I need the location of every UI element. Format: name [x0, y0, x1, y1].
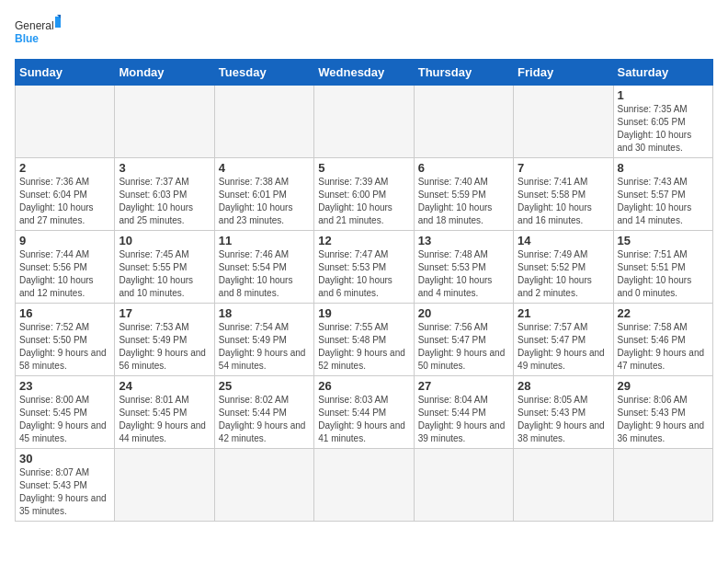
- day-cell: [214, 449, 313, 522]
- day-number: 23: [19, 379, 110, 393]
- day-info: Sunrise: 7:58 AM Sunset: 5:46 PM Dayligh…: [618, 321, 709, 373]
- day-cell: 21Sunrise: 7:57 AM Sunset: 5:47 PM Dayli…: [514, 304, 613, 376]
- day-cell: 3Sunrise: 7:37 AM Sunset: 6:03 PM Daylig…: [115, 158, 214, 231]
- day-cell: 30Sunrise: 8:07 AM Sunset: 5:43 PM Dayli…: [16, 449, 115, 522]
- header: General Blue: [15, 15, 713, 52]
- day-number: 13: [418, 234, 509, 247]
- weekday-header-tuesday: Tuesday: [214, 60, 313, 86]
- day-number: 20: [418, 306, 509, 320]
- day-cell: 18Sunrise: 7:54 AM Sunset: 5:49 PM Dayli…: [214, 304, 313, 376]
- day-info: Sunrise: 7:35 AM Sunset: 6:05 PM Dayligh…: [618, 103, 709, 155]
- day-info: Sunrise: 8:04 AM Sunset: 5:44 PM Dayligh…: [418, 394, 509, 445]
- day-cell: [514, 86, 613, 158]
- day-info: Sunrise: 7:43 AM Sunset: 5:57 PM Dayligh…: [618, 176, 709, 227]
- weekday-header-monday: Monday: [115, 60, 214, 86]
- day-cell: 17Sunrise: 7:53 AM Sunset: 5:49 PM Dayli…: [115, 304, 214, 376]
- day-cell: 6Sunrise: 7:40 AM Sunset: 5:59 PM Daylig…: [414, 158, 513, 231]
- day-info: Sunrise: 7:54 AM Sunset: 5:49 PM Dayligh…: [219, 321, 310, 373]
- day-info: Sunrise: 7:49 AM Sunset: 5:52 PM Dayligh…: [518, 248, 609, 300]
- day-cell: 27Sunrise: 8:04 AM Sunset: 5:44 PM Dayli…: [414, 376, 513, 449]
- day-info: Sunrise: 8:02 AM Sunset: 5:44 PM Dayligh…: [219, 394, 310, 445]
- day-number: 8: [618, 161, 709, 175]
- day-number: 16: [19, 306, 110, 320]
- svg-text:Blue: Blue: [15, 32, 39, 45]
- day-cell: 5Sunrise: 7:39 AM Sunset: 6:00 PM Daylig…: [314, 158, 414, 231]
- day-info: Sunrise: 7:41 AM Sunset: 5:58 PM Dayligh…: [518, 176, 609, 227]
- day-number: 7: [518, 161, 609, 175]
- day-cell: 24Sunrise: 8:01 AM Sunset: 5:45 PM Dayli…: [115, 376, 214, 449]
- logo-svg: General Blue: [15, 15, 61, 52]
- day-cell: 9Sunrise: 7:44 AM Sunset: 5:56 PM Daylig…: [16, 231, 115, 304]
- day-number: 18: [219, 306, 310, 320]
- day-cell: [214, 86, 313, 158]
- day-cell: [314, 449, 414, 522]
- day-info: Sunrise: 7:38 AM Sunset: 6:01 PM Dayligh…: [219, 176, 310, 227]
- day-cell: 25Sunrise: 8:02 AM Sunset: 5:44 PM Dayli…: [214, 376, 313, 449]
- day-info: Sunrise: 8:03 AM Sunset: 5:44 PM Dayligh…: [318, 394, 409, 445]
- day-cell: [414, 449, 513, 522]
- day-info: Sunrise: 7:37 AM Sunset: 6:03 PM Dayligh…: [119, 176, 210, 227]
- day-number: 24: [119, 379, 210, 393]
- day-cell: 4Sunrise: 7:38 AM Sunset: 6:01 PM Daylig…: [214, 158, 313, 231]
- day-cell: [16, 86, 115, 158]
- day-info: Sunrise: 8:00 AM Sunset: 5:45 PM Dayligh…: [19, 394, 110, 445]
- day-number: 21: [518, 306, 609, 320]
- day-number: 29: [618, 379, 709, 393]
- day-info: Sunrise: 7:47 AM Sunset: 5:53 PM Dayligh…: [318, 248, 409, 300]
- day-info: Sunrise: 7:44 AM Sunset: 5:56 PM Dayligh…: [19, 248, 110, 300]
- day-cell: 26Sunrise: 8:03 AM Sunset: 5:44 PM Dayli…: [314, 376, 414, 449]
- day-info: Sunrise: 7:36 AM Sunset: 6:04 PM Dayligh…: [19, 176, 110, 227]
- day-cell: [115, 449, 214, 522]
- day-cell: 12Sunrise: 7:47 AM Sunset: 5:53 PM Dayli…: [314, 231, 414, 304]
- weekday-header-row: SundayMondayTuesdayWednesdayThursdayFrid…: [16, 60, 713, 86]
- weekday-header-friday: Friday: [514, 60, 613, 86]
- logo: General Blue: [15, 15, 61, 52]
- day-number: 14: [518, 234, 609, 247]
- day-info: Sunrise: 8:05 AM Sunset: 5:43 PM Dayligh…: [518, 394, 609, 445]
- day-number: 15: [618, 234, 709, 247]
- day-cell: 11Sunrise: 7:46 AM Sunset: 5:54 PM Dayli…: [214, 231, 313, 304]
- day-cell: [115, 86, 214, 158]
- day-number: 12: [318, 234, 409, 247]
- day-cell: 7Sunrise: 7:41 AM Sunset: 5:58 PM Daylig…: [514, 158, 613, 231]
- day-info: Sunrise: 8:07 AM Sunset: 5:43 PM Dayligh…: [19, 466, 110, 518]
- day-cell: 2Sunrise: 7:36 AM Sunset: 6:04 PM Daylig…: [16, 158, 115, 231]
- day-info: Sunrise: 7:48 AM Sunset: 5:53 PM Dayligh…: [418, 248, 509, 300]
- day-number: 17: [119, 306, 210, 320]
- day-cell: 14Sunrise: 7:49 AM Sunset: 5:52 PM Dayli…: [514, 231, 613, 304]
- day-cell: 15Sunrise: 7:51 AM Sunset: 5:51 PM Dayli…: [613, 231, 712, 304]
- day-cell: 10Sunrise: 7:45 AM Sunset: 5:55 PM Dayli…: [115, 231, 214, 304]
- week-row-2: 2Sunrise: 7:36 AM Sunset: 6:04 PM Daylig…: [16, 158, 713, 231]
- day-info: Sunrise: 8:06 AM Sunset: 5:43 PM Dayligh…: [618, 394, 709, 445]
- day-cell: [414, 86, 513, 158]
- day-info: Sunrise: 7:46 AM Sunset: 5:54 PM Dayligh…: [219, 248, 310, 300]
- day-info: Sunrise: 7:40 AM Sunset: 5:59 PM Dayligh…: [418, 176, 509, 227]
- svg-text:General: General: [15, 19, 54, 32]
- day-number: 28: [518, 379, 609, 393]
- day-cell: 19Sunrise: 7:55 AM Sunset: 5:48 PM Dayli…: [314, 304, 414, 376]
- day-number: 27: [418, 379, 509, 393]
- day-number: 4: [219, 161, 310, 175]
- day-info: Sunrise: 7:57 AM Sunset: 5:47 PM Dayligh…: [518, 321, 609, 373]
- day-number: 6: [418, 161, 509, 175]
- day-info: Sunrise: 7:53 AM Sunset: 5:49 PM Dayligh…: [119, 321, 210, 373]
- day-cell: 20Sunrise: 7:56 AM Sunset: 5:47 PM Dayli…: [414, 304, 513, 376]
- day-number: 26: [318, 379, 409, 393]
- day-cell: [314, 86, 414, 158]
- day-cell: 29Sunrise: 8:06 AM Sunset: 5:43 PM Dayli…: [613, 376, 712, 449]
- day-info: Sunrise: 8:01 AM Sunset: 5:45 PM Dayligh…: [119, 394, 210, 445]
- day-number: 22: [618, 306, 709, 320]
- day-cell: 1Sunrise: 7:35 AM Sunset: 6:05 PM Daylig…: [613, 86, 712, 158]
- week-row-3: 9Sunrise: 7:44 AM Sunset: 5:56 PM Daylig…: [16, 231, 713, 304]
- day-info: Sunrise: 7:45 AM Sunset: 5:55 PM Dayligh…: [119, 248, 210, 300]
- day-info: Sunrise: 7:51 AM Sunset: 5:51 PM Dayligh…: [618, 248, 709, 300]
- day-number: 30: [19, 452, 110, 465]
- week-row-4: 16Sunrise: 7:52 AM Sunset: 5:50 PM Dayli…: [16, 304, 713, 376]
- day-info: Sunrise: 7:55 AM Sunset: 5:48 PM Dayligh…: [318, 321, 409, 373]
- day-number: 9: [19, 234, 110, 247]
- day-number: 11: [219, 234, 310, 247]
- day-number: 3: [119, 161, 210, 175]
- day-number: 2: [19, 161, 110, 175]
- weekday-header-sunday: Sunday: [16, 60, 115, 86]
- day-number: 10: [119, 234, 210, 247]
